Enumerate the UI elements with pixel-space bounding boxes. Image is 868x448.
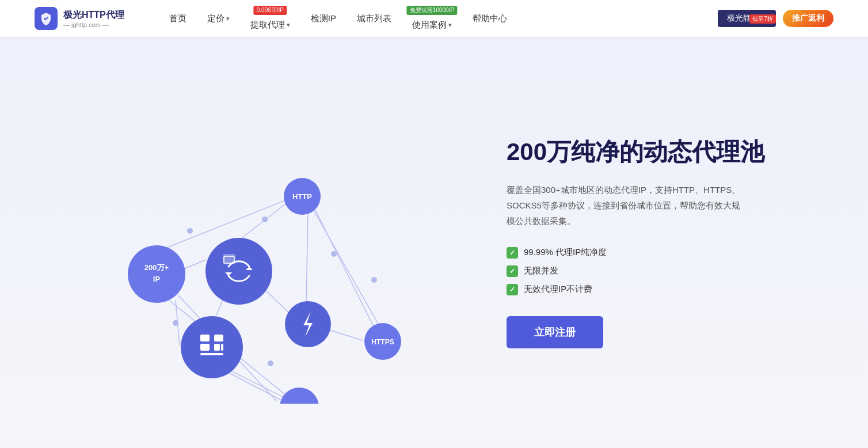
svg-point-17 <box>173 320 178 326</box>
chevron-down-icon: ▾ <box>226 15 230 22</box>
logo-title: 极光HTTP代理 <box>63 9 124 21</box>
logo-icon <box>35 7 58 30</box>
chevron-down-icon: ▾ <box>448 21 452 29</box>
svg-point-18 <box>268 360 273 366</box>
nav-proxy[interactable]: 0.006币/IP 提取代理 ▾ <box>240 0 300 37</box>
svg-point-24 <box>280 388 319 404</box>
svg-point-29 <box>205 238 272 305</box>
svg-rect-38 <box>214 344 220 351</box>
nav-home[interactable]: 首页 <box>159 0 197 37</box>
svg-text:HTTPS: HTTPS <box>371 338 394 346</box>
svg-rect-36 <box>214 335 223 341</box>
badge-free-trial: 免费试用10000IP <box>407 6 457 15</box>
promo-button[interactable]: 推广返利 <box>783 10 833 27</box>
nav-help[interactable]: 帮助中心 <box>462 0 517 37</box>
check-icon-invalid <box>507 284 518 295</box>
hero-title: 200万纯净的动态代理池 <box>507 136 799 168</box>
discount-badge: 低至7折 <box>749 14 776 24</box>
network-diagram: HTTP HTTPS SOCKS5 200万+ IP <box>69 81 460 404</box>
svg-point-19 <box>187 228 193 234</box>
svg-line-6 <box>325 329 363 340</box>
feature-purity: 99.99% 代理IP纯净度 <box>507 247 799 259</box>
features-list: 99.99% 代理IP纯净度 无限并发 无效代理IP不计费 <box>507 247 799 295</box>
feature-invalid: 无效代理IP不计费 <box>507 284 799 295</box>
main-nav: 首页 定价 ▾ 0.006币/IP 提取代理 ▾ 检测IP 城市列表 免费试用1… <box>159 0 718 37</box>
svg-text:200万+: 200万+ <box>144 263 169 272</box>
svg-line-9 <box>306 212 308 303</box>
feature-invalid-text: 无效代理IP不计费 <box>524 284 592 295</box>
svg-rect-39 <box>221 344 223 351</box>
hero-content: 200万纯净的动态代理池 覆盖全国300+城市地区的动态代理IP，支持HTTP、… <box>484 136 799 348</box>
hero-description: 覆盖全国300+城市地区的动态代理IP，支持HTTP、HTTPS、SOCKS5等… <box>507 182 748 229</box>
nav-cities[interactable]: 城市列表 <box>347 0 402 37</box>
svg-line-0 <box>236 202 288 242</box>
feature-concurrent: 无限并发 <box>507 265 799 277</box>
logo-sub: — jghttp.com — <box>63 21 124 28</box>
svg-text:IP: IP <box>153 275 161 283</box>
header: 极光HTTP代理 — jghttp.com — 首页 定价 ▾ 0.006币/I… <box>0 0 868 37</box>
check-icon-concurrent <box>507 265 518 277</box>
nav-right: 极光静态IP 低至7折 推广返利 <box>718 10 833 27</box>
chevron-down-icon: ▾ <box>287 21 290 29</box>
svg-point-16 <box>371 277 377 283</box>
svg-rect-40 <box>200 353 223 355</box>
nav-pricing[interactable]: 定价 ▾ <box>197 0 240 37</box>
svg-line-4 <box>227 372 288 404</box>
feature-purity-text: 99.99% 代理IP纯净度 <box>524 247 607 258</box>
svg-point-14 <box>262 217 268 222</box>
feature-concurrent-text: 无限并发 <box>524 265 558 276</box>
nav-check[interactable]: 检测IP <box>300 0 347 37</box>
svg-rect-35 <box>200 335 210 341</box>
hero-section: HTTP HTTPS SOCKS5 200万+ IP <box>0 37 868 448</box>
svg-point-34 <box>181 316 243 378</box>
svg-point-15 <box>331 251 337 257</box>
svg-rect-37 <box>200 344 210 351</box>
logo[interactable]: 极光HTTP代理 — jghttp.com — <box>35 7 124 30</box>
static-ip-wrapper: 极光静态IP 低至7折 <box>718 10 776 27</box>
badge-price: 0.006币/IP <box>254 6 287 15</box>
register-button[interactable]: 立即注册 <box>507 316 603 348</box>
check-icon-purity <box>507 247 518 259</box>
svg-point-26 <box>128 245 185 303</box>
svg-line-3 <box>216 299 223 316</box>
nav-cases[interactable]: 免费试用10000IP 使用案例 ▾ <box>402 0 462 37</box>
logo-text: 极光HTTP代理 — jghttp.com — <box>63 9 124 28</box>
svg-text:HTTP: HTTP <box>292 192 312 201</box>
